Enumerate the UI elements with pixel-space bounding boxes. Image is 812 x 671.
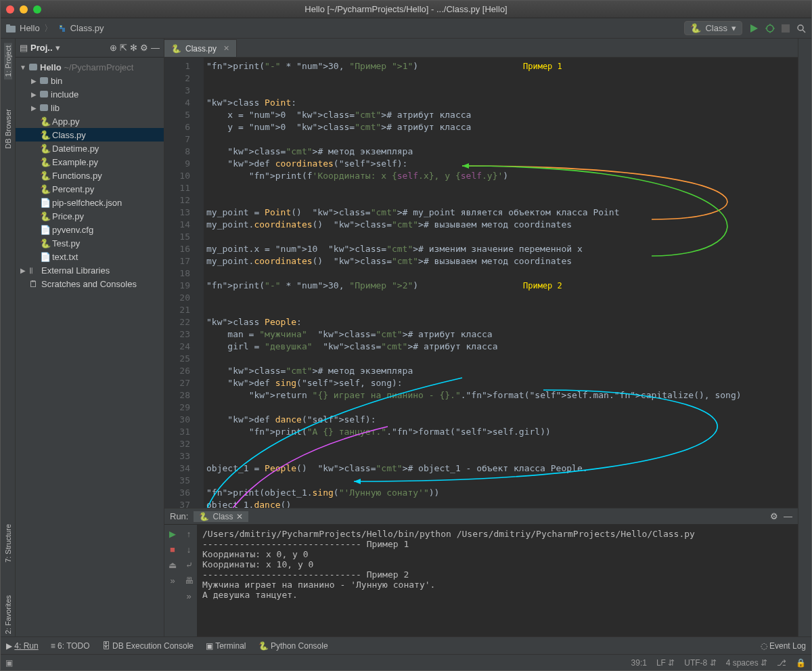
bottom-tool-bar: ▶ 4: Run ≡ 6: TODO 🗄 DB Execution Consol…: [1, 636, 811, 654]
tree-item[interactable]: 🐍Example.py: [16, 155, 164, 169]
tree-item[interactable]: 🗒Scratches and Consoles: [16, 277, 164, 290]
file-encoding[interactable]: UTF-8 ⇵: [684, 658, 716, 668]
editor-tab[interactable]: 🐍 Class.py ✕: [164, 39, 237, 57]
close-run-tab-icon[interactable]: ✕: [236, 512, 243, 521]
right-tool-strip: [798, 39, 811, 636]
python-console-tool-button[interactable]: 🐍 Python Console: [258, 641, 328, 651]
rerun-icon[interactable]: ▶: [169, 529, 176, 539]
breadcrumb-project: Hello: [20, 23, 40, 33]
code-editor[interactable]: 1234567891011121314151617181920212223242…: [164, 58, 798, 508]
db-console-tool-button[interactable]: 🗄 DB Execution Console: [102, 641, 194, 651]
more-icon[interactable]: »: [186, 591, 191, 601]
stop-icon[interactable]: ■: [170, 544, 175, 555]
terminal-tool-button[interactable]: ▣ Terminal: [206, 641, 246, 651]
git-icon[interactable]: ⎇: [777, 658, 786, 668]
code-content[interactable]: "fn">print("-" * "num">30, "Пример ">1")…: [204, 58, 798, 508]
tree-item[interactable]: ▶⫴External Libraries: [16, 263, 164, 277]
left-tool-strip: 1: Project DB Browser 7: Structure 2: Fa…: [1, 39, 16, 636]
python-icon: 🐍: [690, 23, 701, 33]
navigation-bar: Hello 〉 Class.py 🐍 Class ▾: [1, 18, 811, 39]
gear-icon[interactable]: ⚙: [770, 511, 778, 521]
run-button[interactable]: [749, 24, 759, 33]
run-config-dropdown[interactable]: 🐍 Class ▾: [684, 21, 742, 35]
lock-icon[interactable]: 🔒: [796, 658, 806, 668]
locate-icon[interactable]: ⊕: [110, 43, 117, 53]
tree-item[interactable]: 📄pyvenv.cfg: [16, 223, 164, 236]
todo-tool-button[interactable]: ≡ 6: TODO: [51, 641, 90, 651]
caret-position[interactable]: 39:1: [631, 658, 647, 668]
svg-point-4: [767, 25, 773, 32]
breadcrumb[interactable]: Hello 〉 Class.py: [6, 22, 104, 35]
breadcrumb-sep: 〉: [44, 22, 53, 35]
project-panel-title[interactable]: Proj..: [30, 43, 53, 53]
status-bar: ▣ 39:1 LF ⇵ UTF-8 ⇵ 4 spaces ⇵ ⎇ 🔒: [1, 654, 811, 670]
main-body: 1: Project DB Browser 7: Structure 2: Fa…: [1, 39, 811, 636]
tree-item[interactable]: 🐍Test.py: [16, 236, 164, 250]
traffic-lights: [6, 5, 41, 14]
breadcrumb-file: Class.py: [70, 23, 104, 33]
minimize-window[interactable]: [20, 5, 28, 14]
editor-tab-bar: 🐍 Class.py ✕: [164, 39, 798, 58]
run-console[interactable]: /Users/dmitriy/PycharmProjects/Hello/bin…: [197, 525, 798, 636]
annotation-badge: Пример 2: [523, 280, 562, 292]
hide-icon[interactable]: —: [151, 43, 160, 53]
settings-icon[interactable]: ✻: [130, 43, 137, 53]
exit-icon[interactable]: ⏏: [168, 560, 177, 570]
tree-item[interactable]: 🐍Percent.py: [16, 182, 164, 196]
hide-icon[interactable]: —: [784, 511, 792, 521]
tree-item[interactable]: 📄pip-selfcheck.json: [16, 196, 164, 209]
python-icon: 🐍: [199, 512, 209, 521]
print-icon[interactable]: 🖶: [185, 576, 194, 586]
titlebar: Hello [~/PycharmProjects/Hello] - .../Cl…: [1, 1, 811, 18]
editor-tab-label: Class.py: [185, 44, 217, 53]
ide-window: Hello [~/PycharmProjects/Hello] - .../Cl…: [0, 0, 812, 671]
project-panel-header: ▤ Proj.. ▾ ⊕ ⇱ ✻ ⚙ —: [16, 39, 164, 58]
up-icon[interactable]: ↑: [187, 529, 191, 539]
wrap-icon[interactable]: ⤶: [185, 560, 193, 570]
chevron-down-icon[interactable]: ▾: [55, 43, 60, 53]
toolbar-right: 🐍 Class ▾: [684, 21, 806, 35]
tree-item[interactable]: 🐍App.py: [16, 114, 164, 128]
tree-item[interactable]: 🐍Price.py: [16, 209, 164, 223]
tree-item[interactable]: 🐍Class.py: [16, 128, 164, 142]
tree-item[interactable]: 🐍Functions.py: [16, 169, 164, 182]
run-tool-button[interactable]: ▶ 4: Run: [6, 641, 39, 651]
debug-button[interactable]: [765, 24, 775, 33]
project-tree[interactable]: ▼Hello ~/PycharmProject▶bin▶include▶lib🐍…: [16, 58, 164, 636]
tree-item[interactable]: 🐍Datetime.py: [16, 142, 164, 155]
db-browser-tool-tab[interactable]: DB Browser: [4, 106, 12, 152]
run-tool-window: Run: 🐍 Class ✕ ⚙ — ▶ ■ ⏏: [164, 508, 798, 636]
tree-item[interactable]: 📄text.txt: [16, 250, 164, 263]
python-file-icon: 🐍: [171, 44, 181, 53]
project-panel: ▤ Proj.. ▾ ⊕ ⇱ ✻ ⚙ — ▼Hello ~/PycharmPro…: [16, 39, 164, 636]
more-icon[interactable]: »: [170, 576, 175, 586]
gear-icon[interactable]: ⚙: [140, 43, 148, 53]
favorites-tool-tab[interactable]: 2: Favorites: [4, 592, 12, 636]
svg-point-6: [798, 25, 803, 30]
run-tab[interactable]: 🐍 Class ✕: [194, 511, 248, 522]
event-log-button[interactable]: ◌ Event Log: [761, 641, 806, 651]
structure-tool-tab[interactable]: 7: Structure: [4, 521, 12, 565]
tree-item[interactable]: ▶bin: [16, 74, 164, 87]
search-button[interactable]: [796, 24, 806, 33]
close-tab-icon[interactable]: ✕: [223, 44, 229, 53]
svg-point-3: [60, 26, 62, 27]
svg-rect-1: [6, 24, 10, 26]
maximize-window[interactable]: [33, 5, 41, 14]
folder-icon: [6, 24, 16, 33]
status-toggle-icon[interactable]: ▣: [5, 658, 13, 668]
tree-item[interactable]: ▶include: [16, 87, 164, 101]
run-header: Run: 🐍 Class ✕ ⚙ —: [164, 508, 798, 525]
stop-button[interactable]: [782, 24, 790, 33]
run-label: Run:: [170, 511, 188, 521]
down-icon[interactable]: ↓: [187, 544, 191, 555]
window-title: Hello [~/PycharmProjects/Hello] - .../Cl…: [304, 4, 507, 14]
tree-item[interactable]: ▶lib: [16, 101, 164, 114]
collapse-icon[interactable]: ⇱: [120, 43, 127, 53]
line-separator[interactable]: LF ⇵: [656, 658, 675, 668]
svg-rect-0: [6, 26, 16, 33]
project-tool-tab[interactable]: 1: Project: [4, 43, 12, 79]
tree-item[interactable]: ▼Hello ~/PycharmProject: [16, 60, 164, 74]
indent-setting[interactable]: 4 spaces ⇵: [726, 658, 767, 668]
close-window[interactable]: [6, 5, 14, 14]
